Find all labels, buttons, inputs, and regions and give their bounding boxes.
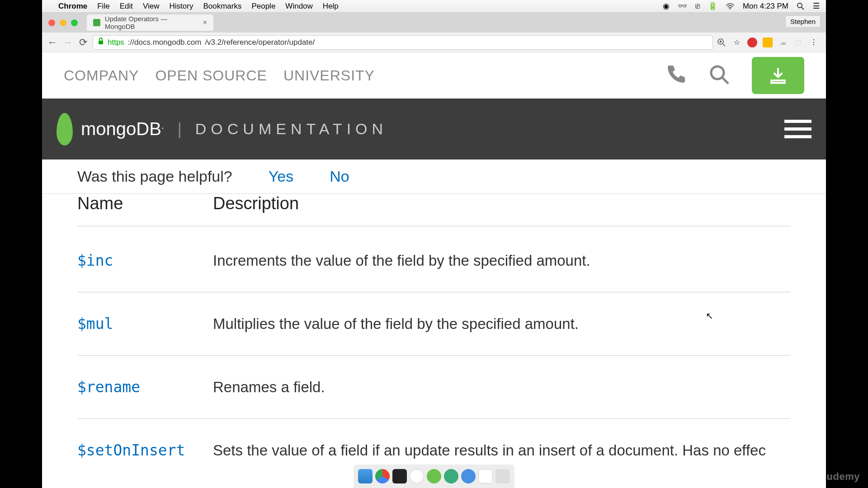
page-content: COMPANY OPEN SOURCE UNIVERSITY bbox=[42, 52, 826, 488]
lock-icon bbox=[98, 38, 104, 47]
menubar-edit[interactable]: Edit bbox=[120, 2, 133, 11]
table-row: $rename Renames a field. bbox=[77, 356, 791, 419]
extension-icon-1[interactable] bbox=[747, 38, 757, 47]
menubar-file[interactable]: File bbox=[97, 2, 109, 11]
forward-button: → bbox=[62, 37, 74, 48]
feedback-bar: Was this page helpful? Yes No bbox=[42, 160, 826, 194]
operator-description: Sets the value of a field if an update r… bbox=[213, 442, 791, 459]
tab-close-icon[interactable]: × bbox=[203, 19, 207, 27]
tab-title: Update Operators — MongoDB bbox=[105, 15, 198, 30]
menu-extras-icon[interactable]: ☰ bbox=[813, 1, 820, 11]
menubar-view[interactable]: View bbox=[143, 2, 160, 11]
macos-dock bbox=[354, 465, 514, 488]
topnav-university[interactable]: UNIVERSITY bbox=[283, 67, 375, 84]
extension-icon-2[interactable] bbox=[763, 38, 773, 47]
table-row: $mul Multiplies the value of the field b… bbox=[77, 292, 791, 356]
table-header-row: Name Description bbox=[77, 191, 791, 226]
column-header-name: Name bbox=[77, 194, 213, 213]
separator: | bbox=[177, 120, 181, 139]
chrome-profile-button[interactable]: Stephen bbox=[785, 15, 821, 28]
operator-description: Renames a field. bbox=[213, 379, 791, 396]
watermark: udemy bbox=[827, 471, 860, 483]
svg-point-0 bbox=[730, 8, 731, 9]
operators-table: Name Description $inc Increments the val… bbox=[42, 194, 826, 482]
glasses-icon[interactable]: 👓 bbox=[678, 1, 687, 11]
dock-file-icon[interactable] bbox=[478, 469, 493, 483]
chrome-tab-strip: Update Operators — MongoDB × Stephen bbox=[42, 13, 826, 33]
url-path: /v3.2/reference/operator/update/ bbox=[205, 38, 315, 47]
minimize-window-button[interactable] bbox=[60, 19, 66, 26]
menubar-clock[interactable]: Mon 4:23 PM bbox=[743, 2, 788, 11]
chrome-menu-icon[interactable]: ⋮ bbox=[809, 38, 819, 47]
dock-app-icon[interactable] bbox=[427, 469, 441, 483]
extension-icon-4[interactable]: ◌ bbox=[793, 38, 803, 47]
phone-icon[interactable] bbox=[665, 64, 687, 87]
url-scheme: https bbox=[108, 38, 124, 47]
wifi-icon[interactable] bbox=[726, 3, 735, 9]
menubar-help[interactable]: Help bbox=[323, 2, 339, 11]
dock-chrome-icon[interactable] bbox=[375, 469, 390, 483]
documentation-label[interactable]: DOCUMENTATION bbox=[195, 120, 387, 138]
column-header-description: Description bbox=[213, 194, 299, 213]
menubar-bookmarks[interactable]: Bookmarks bbox=[203, 2, 241, 11]
menubar-history[interactable]: History bbox=[169, 2, 193, 11]
svg-line-7 bbox=[723, 44, 725, 46]
maximize-window-button[interactable] bbox=[71, 19, 78, 26]
search-icon[interactable] bbox=[708, 64, 730, 87]
close-window-button[interactable] bbox=[48, 19, 55, 26]
topnav-company[interactable]: COMPANY bbox=[64, 67, 139, 84]
table-row: $inc Increments the value of the field b… bbox=[77, 229, 791, 292]
battery-icon[interactable]: 🔋 bbox=[708, 1, 717, 11]
svg-point-1 bbox=[797, 3, 802, 8]
menubar-people[interactable]: People bbox=[251, 2, 275, 11]
operator-link-mul[interactable]: $mul bbox=[77, 315, 213, 333]
operator-link-inc[interactable]: $inc bbox=[77, 252, 213, 269]
download-button[interactable] bbox=[752, 57, 804, 94]
extension-icon-3[interactable]: ☁ bbox=[778, 38, 788, 47]
dock-app-icon[interactable] bbox=[444, 469, 458, 483]
operator-link-setoninsert[interactable]: $setOnInsert bbox=[77, 441, 213, 459]
site-topnav: COMPANY OPEN SOURCE UNIVERSITY bbox=[42, 52, 826, 99]
dock-finder-icon[interactable] bbox=[358, 469, 373, 483]
mongodb-logo[interactable]: mongoDB. bbox=[57, 113, 164, 145]
dock-messages-icon[interactable] bbox=[410, 469, 424, 483]
svg-rect-3 bbox=[99, 41, 103, 44]
hamburger-menu-icon[interactable] bbox=[784, 120, 811, 138]
spotlight-icon[interactable] bbox=[797, 2, 805, 10]
address-bar-row: ← → ⟳ https://docs.mongodb.com/v3.2/refe… bbox=[42, 33, 826, 52]
record-icon[interactable]: ◉ bbox=[663, 1, 670, 11]
browser-tab[interactable]: Update Operators — MongoDB × bbox=[87, 14, 213, 31]
tab-favicon-icon bbox=[93, 19, 100, 26]
zoom-icon[interactable] bbox=[717, 38, 726, 47]
feedback-yes-link[interactable]: Yes bbox=[269, 168, 293, 185]
macos-menubar: Chrome File Edit View History Bookmarks … bbox=[42, 0, 826, 13]
url-host: ://docs.mongodb.com bbox=[128, 38, 202, 47]
dock-trash-icon[interactable] bbox=[495, 469, 510, 483]
airplay-icon[interactable]: ⎚ bbox=[695, 2, 700, 11]
operator-description: Multiplies the value of the field by the… bbox=[213, 315, 791, 333]
operator-description: Increments the value of the field by the… bbox=[213, 252, 791, 269]
dock-quicktime-icon[interactable] bbox=[461, 469, 476, 483]
svg-point-8 bbox=[711, 66, 724, 79]
svg-line-2 bbox=[802, 7, 804, 9]
menubar-window[interactable]: Window bbox=[285, 2, 312, 11]
menubar-app[interactable]: Chrome bbox=[58, 2, 87, 11]
svg-line-9 bbox=[722, 77, 728, 84]
feedback-question: Was this page helpful? bbox=[77, 168, 232, 185]
back-button[interactable]: ← bbox=[47, 37, 58, 48]
window-controls bbox=[47, 19, 82, 26]
doc-header: mongoDB. | DOCUMENTATION bbox=[42, 99, 826, 160]
address-bar[interactable]: https://docs.mongodb.com/v3.2/reference/… bbox=[93, 35, 713, 50]
feedback-no-link[interactable]: No bbox=[330, 168, 349, 185]
leaf-icon bbox=[57, 113, 73, 145]
dock-terminal-icon[interactable] bbox=[392, 469, 407, 483]
logo-text: mongoDB. bbox=[81, 119, 164, 139]
topnav-opensource[interactable]: OPEN SOURCE bbox=[155, 67, 267, 84]
operator-link-rename[interactable]: $rename bbox=[77, 378, 213, 396]
reload-button[interactable]: ⟳ bbox=[77, 37, 89, 48]
bookmark-star-icon[interactable]: ☆ bbox=[732, 38, 742, 47]
